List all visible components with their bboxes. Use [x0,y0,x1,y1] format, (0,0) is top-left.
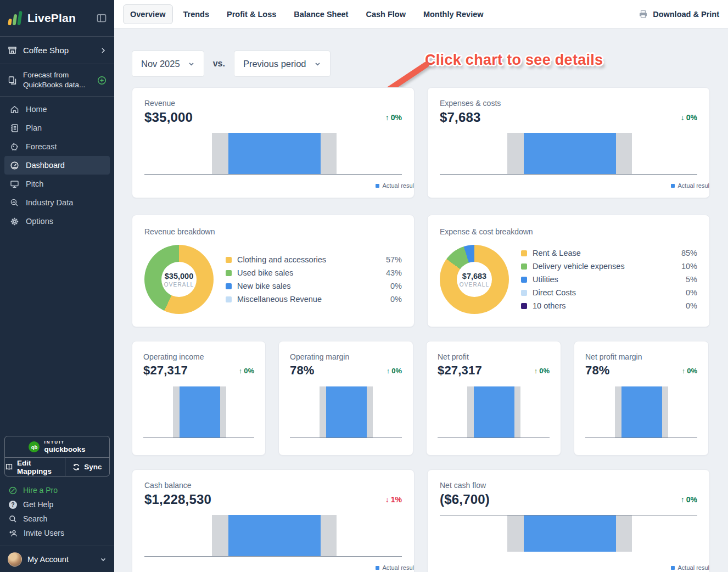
trend-indicator: ↓ 0% [681,113,697,122]
legend-item: Direct Costs 0% [521,288,697,297]
invite-users-link[interactable]: Invite Users [9,526,105,540]
expense-donut-chart[interactable]: $7,683 OVERALL [440,245,509,314]
card-title: Expense & cost breakdown [440,227,697,236]
trend-arrow-icon: ↑ [681,495,685,504]
legend-item: 10 others 0% [521,301,697,310]
net-profit-margin-card[interactable]: Net profit margin 78% ↑ 0% [574,341,709,456]
net-cash-flow-card[interactable]: Net cash flow ($6,700) ↑ 0% Actual resul [427,469,710,572]
add-user-icon [9,529,18,537]
sidebar: LivePlan Coffee Shop Forecast fromQuickB… [0,0,114,572]
book-icon [5,463,13,471]
tab-profit-loss[interactable]: Profit & Loss [220,4,283,24]
trend-value: 0% [686,113,697,122]
get-help-link[interactable]: ? Get Help [9,497,105,512]
avatar [8,552,22,567]
company-selector[interactable]: Coffee Shop [0,37,114,64]
tab-balance-sheet[interactable]: Balance Sheet [287,4,355,24]
sidebar-item-options[interactable]: Options [4,212,110,231]
legend-swatch [521,277,527,283]
bar-chart[interactable] [290,386,402,438]
sidebar-utility-links: Hire a Pro ? Get Help Search Invite User… [0,476,114,546]
kpi-value: $7,683 [440,110,481,125]
download-print-button[interactable]: Download & Print [639,10,719,19]
trend-value: 0% [539,367,550,375]
kpi-value: 78% [290,363,315,378]
bar-chart[interactable] [438,386,550,438]
legend-item: Delivery vehicle expenses 10% [521,262,697,271]
sync-icon [72,463,80,471]
cash-balance-card[interactable]: Cash balance $1,228,530 ↓ 1% Actual resu… [132,469,415,572]
actual-bar [180,386,220,438]
search-link[interactable]: Search [9,512,105,526]
gear-icon [10,217,19,226]
tab-cash-flow[interactable]: Cash Flow [359,4,413,24]
sidebar-item-industry-data[interactable]: Industry Data [4,193,110,212]
card-title: Operating margin [290,352,402,361]
piggy-bank-icon [10,142,19,152]
sidebar-collapse-icon[interactable] [97,13,107,23]
actual-bar [228,133,321,174]
bar-chart[interactable] [144,515,402,557]
chevron-down-icon [100,556,107,563]
storefront-icon [8,46,17,55]
comparison-select[interactable]: Previous period [234,51,331,77]
bar-chart[interactable] [143,386,254,438]
sidebar-item-forecast[interactable]: Forecast [4,137,110,156]
sidebar-nav: Home Plan Forecast Dashboard Pitch Indus… [0,97,114,231]
forecast-selector[interactable]: Forecast fromQuickBooks data... [0,64,114,96]
chart-legend: Actual resul [671,182,709,189]
actual-bar [621,386,662,438]
legend-swatch [521,263,527,270]
company-name: Coffee Shop [23,46,94,55]
tab-monthly-review[interactable]: Monthly Review [416,4,491,24]
add-forecast-icon[interactable] [97,76,107,85]
quickbooks-wordmark: quickbooks [44,446,85,453]
trend-arrow-icon: ↑ [387,367,390,375]
trend-value: 0% [686,495,697,504]
sidebar-item-plan[interactable]: Plan [4,119,110,137]
revenue-card[interactable]: Revenue $35,000 ↑ 0% Actual resul [132,87,415,198]
tab-overview[interactable]: Overview [123,4,173,24]
card-title: Net cash flow [440,481,697,490]
hire-a-pro-link[interactable]: Hire a Pro [9,483,105,497]
kpi-value: 78% [585,363,610,378]
home-icon [10,105,19,114]
pro-badge-icon [9,486,17,495]
revenue-donut-chart[interactable]: $35,000 OVERALL [144,245,214,314]
trend-indicator: ↑ 0% [239,367,254,375]
donut-center: $7,683 OVERALL [457,262,492,297]
sidebar-item-home[interactable]: Home [4,100,110,119]
quickbooks-logo-icon: qb [29,441,40,452]
trend-arrow-icon: ↑ [239,367,243,375]
bar-chart[interactable] [585,386,697,438]
trend-indicator: ↑ 0% [534,367,550,375]
net-profit-card[interactable]: Net profit $27,317 ↑ 0% [426,341,561,456]
sidebar-item-pitch[interactable]: Pitch [4,175,110,193]
expense-breakdown-card[interactable]: Expense & cost breakdown $7,683 OVERALL … [427,215,710,327]
bar-chart[interactable] [440,515,697,557]
printer-icon [639,10,648,19]
sync-button[interactable]: Sync [65,458,109,476]
bar-chart[interactable] [440,133,697,175]
legend-item: Utilities 5% [521,275,697,284]
legend-item: Used bike sales 43% [226,268,402,277]
tab-trends[interactable]: Trends [176,4,217,24]
revenue-breakdown-card[interactable]: Revenue breakdown $35,000 OVERALL Clothi… [132,215,415,327]
operating-income-card[interactable]: Operating income $27,317 ↑ 0% [132,341,266,456]
quickbooks-link[interactable]: qb intuit quickbooks [5,436,109,457]
monitor-icon [10,180,19,189]
edit-mappings-button[interactable]: Edit Mappings [5,458,65,476]
legend-item: Miscellaneous Revenue 0% [226,295,402,304]
expenses-card[interactable]: Expenses & costs $7,683 ↓ 0% Actual resu… [427,87,710,198]
forecast-name: Forecast fromQuickBooks data... [23,70,91,89]
legend-swatch [226,270,232,276]
period-select[interactable]: Nov 2025 [132,51,204,77]
my-account-menu[interactable]: My Account [0,546,114,572]
trend-arrow-icon: ↑ [682,367,686,375]
operating-margin-card[interactable]: Operating margin 78% ↑ 0% [278,341,413,456]
legend-swatch [226,283,232,289]
sidebar-item-dashboard[interactable]: Dashboard [4,156,110,175]
bar-chart[interactable] [144,133,402,175]
kpi-value: $1,228,530 [144,492,211,507]
kpi-value: $35,000 [144,110,193,125]
